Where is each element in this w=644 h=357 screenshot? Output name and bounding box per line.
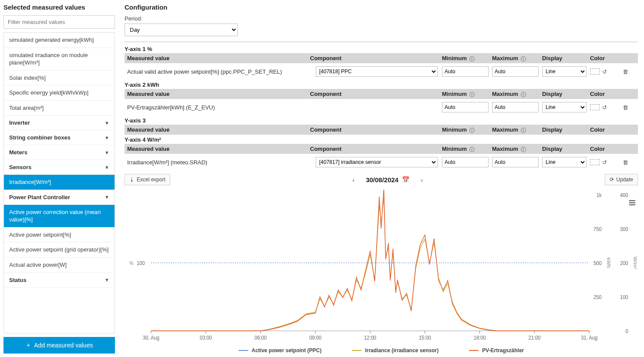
- tree-item[interactable]: Specific energy yield[kWh/kWp]: [4, 85, 115, 101]
- svg-rect-33: [629, 202, 635, 203]
- axis-header-row: Measured valueComponentMinimum iMaximum …: [125, 53, 638, 63]
- max-input[interactable]: [492, 157, 539, 167]
- date-next-button[interactable]: ›: [417, 174, 426, 185]
- delete-row-button[interactable]: 🗑: [619, 157, 632, 167]
- info-icon[interactable]: i: [521, 128, 526, 133]
- sidebar-title: Selected measured values: [3, 3, 115, 11]
- color-swatch[interactable]: [590, 159, 600, 165]
- measured-value-label: PV-Ertragszähler[kWh] (E_Z_EVU): [125, 102, 307, 112]
- delete-row-button[interactable]: 🗑: [619, 102, 632, 112]
- svg-text:12:00: 12:00: [364, 335, 376, 341]
- excel-export-label: Excel export: [137, 177, 165, 183]
- chevron-down-icon: ▼: [105, 194, 109, 200]
- color-swatch[interactable]: [590, 104, 600, 110]
- period-select[interactable]: Day: [125, 24, 238, 36]
- axes-config: Y-axis 1 %Measured valueComponentMinimum…: [125, 44, 638, 170]
- config-title: Configuration: [125, 3, 638, 11]
- measured-values-tree[interactable]: simulated generated energy[kWh]simulated…: [3, 32, 115, 333]
- color-swatch[interactable]: [590, 68, 600, 75]
- display-select[interactable]: Line: [542, 102, 587, 112]
- tree-item[interactable]: Total area[m²]: [4, 101, 115, 116]
- svg-text:200: 200: [620, 260, 628, 266]
- axis-title: Y-axis 3: [125, 117, 638, 124]
- svg-text:30. Aug: 30. Aug: [143, 335, 159, 341]
- tree-item[interactable]: Active power correction value (mean valu…: [4, 205, 115, 228]
- plus-icon: ＋: [25, 341, 31, 349]
- delete-row-button[interactable]: 🗑: [619, 67, 632, 77]
- reset-color-icon[interactable]: ↺: [602, 159, 607, 166]
- info-icon[interactable]: i: [521, 92, 526, 97]
- axis-title: Y-axis 4 W/m²: [125, 136, 638, 143]
- info-icon[interactable]: i: [469, 147, 475, 152]
- legend-pv[interactable]: PV-Ertragszähler: [469, 347, 524, 354]
- info-icon[interactable]: i: [521, 147, 526, 152]
- add-measured-values-button[interactable]: ＋ Add measured values: [3, 337, 115, 354]
- component-select[interactable]: [407818] PPC: [316, 66, 438, 77]
- tree-item[interactable]: Actual active power[W]: [4, 258, 115, 273]
- chevron-down-icon: ▼: [105, 120, 109, 126]
- axis-title: Y-axis 1 %: [125, 46, 638, 52]
- period-label: Period:: [125, 15, 638, 22]
- tree-group[interactable]: Power Plant Controller▼: [4, 190, 115, 205]
- svg-text:400: 400: [620, 192, 628, 198]
- measured-value-label: Actual valid active power setpoint[%] (p…: [125, 67, 307, 77]
- download-icon: ⭳: [129, 177, 135, 183]
- tree-item[interactable]: simulated generated energy[kWh]: [4, 33, 115, 48]
- svg-text:250: 250: [593, 294, 602, 300]
- svg-rect-32: [629, 200, 635, 201]
- min-input[interactable]: [442, 102, 489, 112]
- svg-text:03:00: 03:00: [200, 335, 212, 341]
- chevron-down-icon: ▼: [105, 165, 109, 170]
- main-panel: Configuration Period: Day Y-axis 1 %Meas…: [118, 0, 644, 357]
- tree-item[interactable]: Irradiance[W/m²]: [4, 175, 115, 190]
- tree-group[interactable]: Status▼: [4, 273, 115, 288]
- svg-text:31. Aug: 31. Aug: [581, 335, 597, 341]
- axis-header-row: Measured valueComponentMinimum iMaximum …: [125, 144, 638, 154]
- info-icon[interactable]: i: [469, 56, 475, 61]
- tree-group[interactable]: String combiner boxes▼: [4, 130, 115, 145]
- calendar-icon[interactable]: 📅: [402, 176, 409, 183]
- reset-color-icon[interactable]: ↺: [602, 68, 607, 75]
- chart-area: 30. Aug03:0006:0009:0012:0015:0018:0021:…: [125, 190, 638, 347]
- info-icon[interactable]: i: [469, 92, 475, 97]
- tree-group[interactable]: Inverter▼: [4, 116, 115, 130]
- update-button[interactable]: ⟳ Update: [605, 174, 638, 185]
- svg-text:06:00: 06:00: [255, 335, 267, 341]
- min-input[interactable]: [442, 157, 489, 167]
- refresh-icon: ⟳: [610, 177, 614, 183]
- axis-title: Y-axis 2 kWh: [125, 82, 638, 88]
- svg-text:750: 750: [593, 226, 602, 232]
- series-pv: [151, 190, 589, 331]
- tree-group[interactable]: Meters▼: [4, 145, 115, 160]
- axis-config-row: Irradiance[W/m²] (meteo.SRAD)[407817] ir…: [125, 154, 638, 170]
- measured-value-label: Irradiance[W/m²] (meteo.SRAD): [125, 157, 307, 167]
- svg-text:kWh: kWh: [606, 258, 611, 268]
- display-select[interactable]: Line: [542, 157, 587, 167]
- tree-item[interactable]: Active power setpoint[%]: [4, 228, 115, 243]
- legend-setpoint[interactable]: Active power setpoint (PPC): [239, 347, 322, 354]
- legend-irradiance[interactable]: Irradiance (irradiance sensor): [352, 347, 438, 354]
- svg-text:09:00: 09:00: [309, 335, 321, 341]
- info-icon[interactable]: i: [521, 56, 526, 61]
- sidebar: Selected measured values simulated gener…: [0, 0, 118, 357]
- svg-text:100: 100: [620, 294, 628, 300]
- svg-text:%: %: [129, 260, 133, 266]
- filter-input[interactable]: [3, 15, 115, 29]
- component-select[interactable]: [407817] irradiance sensor: [316, 157, 438, 167]
- tree-group[interactable]: Sensors▼: [4, 160, 115, 175]
- tree-item[interactable]: Active power setpoint (grid operator)[%]: [4, 242, 115, 258]
- max-input[interactable]: [492, 66, 539, 77]
- reset-color-icon[interactable]: ↺: [602, 104, 607, 111]
- date-display: 30/08/2024: [366, 176, 398, 184]
- date-prev-button[interactable]: ‹: [349, 174, 358, 185]
- display-select[interactable]: Line: [542, 66, 587, 77]
- tree-item[interactable]: Solar index[%]: [4, 71, 115, 86]
- info-icon[interactable]: i: [469, 128, 475, 133]
- svg-text:100: 100: [137, 260, 145, 266]
- max-input[interactable]: [492, 102, 539, 112]
- chevron-down-icon: ▼: [105, 277, 109, 282]
- chart-menu-icon[interactable]: [629, 200, 635, 205]
- excel-export-button[interactable]: ⭳ Excel export: [125, 174, 170, 185]
- min-input[interactable]: [442, 66, 489, 77]
- tree-item[interactable]: simulated irradiance on module plane[W/m…: [4, 48, 115, 71]
